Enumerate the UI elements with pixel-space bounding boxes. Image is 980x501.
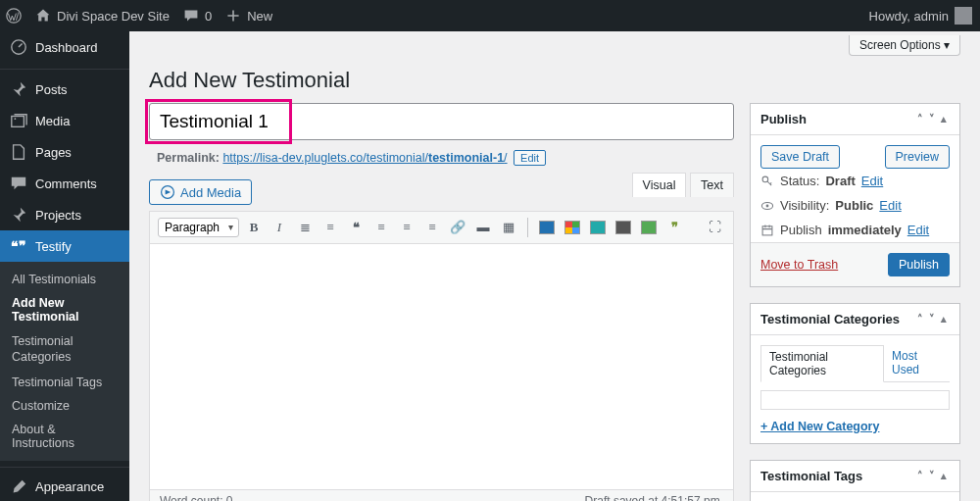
pin-icon xyxy=(10,80,27,98)
chevron-up-icon[interactable]: ˄ xyxy=(914,313,926,326)
site-link[interactable]: Divi Space Dev Site xyxy=(35,8,170,24)
menu-projects[interactable]: Projects xyxy=(0,199,129,230)
tab-most-used[interactable]: Most Used xyxy=(884,345,950,381)
status-edit-link[interactable]: Edit xyxy=(861,174,883,188)
editor-tabs: Visual Text xyxy=(632,177,734,192)
align-center-button[interactable]: ≡ xyxy=(396,217,417,238)
more-button[interactable]: ▬ xyxy=(472,217,494,238)
move-to-trash-link[interactable]: Move to Trash xyxy=(760,258,838,272)
publish-title: Publish xyxy=(760,112,807,126)
svg-point-3 xyxy=(15,118,17,120)
submenu-cats[interactable]: Testimonial Categories xyxy=(0,328,129,371)
save-draft-button[interactable]: Save Draft xyxy=(760,145,840,169)
align-left-button[interactable]: ≡ xyxy=(370,217,392,238)
page-title: Add New Testimonial xyxy=(149,56,960,103)
svg-point-6 xyxy=(762,176,768,182)
new-label: New xyxy=(247,9,272,24)
tags-box: Testimonial Tags˄˅▴ Add Separate tags wi… xyxy=(750,460,960,501)
screen-options-button[interactable]: Screen Options ▾ xyxy=(849,35,960,56)
visibility-edit-link[interactable]: Edit xyxy=(879,198,901,213)
publish-button[interactable]: Publish xyxy=(888,253,950,276)
color-green-button[interactable] xyxy=(638,217,660,238)
italic-button[interactable]: I xyxy=(269,217,290,238)
chevron-down-icon[interactable]: ˅ xyxy=(926,470,938,482)
comment-icon xyxy=(183,8,199,24)
categories-title: Testimonial Categories xyxy=(760,312,900,326)
permalink-row: Permalink: https://lisa-dev.pluglets.co/… xyxy=(149,148,734,168)
post-title-input[interactable] xyxy=(149,103,734,140)
preview-button[interactable]: Preview xyxy=(885,145,950,169)
category-list[interactable] xyxy=(760,390,950,410)
add-media-button[interactable]: Add Media xyxy=(149,179,252,205)
editor: Paragraph B I ≣ ≡ ❝ ≡ ≡ ≡ 🔗 ▬ ▦ xyxy=(149,211,734,501)
caret-up-icon[interactable]: ▴ xyxy=(938,113,950,125)
submenu-all[interactable]: All Testimonials xyxy=(0,268,129,291)
chevron-down-icon[interactable]: ˅ xyxy=(926,313,938,326)
media-icon xyxy=(160,184,175,200)
tab-visual[interactable]: Visual xyxy=(632,173,687,197)
permalink-link[interactable]: https://lisa-dev.pluglets.co/testimonial… xyxy=(222,151,507,165)
media-icon xyxy=(10,112,27,129)
align-right-button[interactable]: ≡ xyxy=(421,217,443,238)
menu-dashboard[interactable]: Dashboard xyxy=(0,31,129,63)
admin-sidebar: Dashboard Posts Media Pages Comments Pro… xyxy=(0,31,129,501)
submenu-add[interactable]: Add New Testimonial xyxy=(0,291,129,328)
color-teal-button[interactable] xyxy=(587,217,609,238)
permalink-label: Permalink: xyxy=(157,151,220,165)
menu-testify[interactable]: ❝❞Testify xyxy=(0,230,129,262)
menu-appearance[interactable]: Appearance xyxy=(0,472,129,502)
calendar-icon xyxy=(760,224,774,237)
editor-body[interactable] xyxy=(150,244,733,489)
editor-toolbar: Paragraph B I ≣ ≡ ❝ ≡ ≡ ≡ 🔗 ▬ ▦ xyxy=(150,212,733,244)
caret-up-icon[interactable]: ▴ xyxy=(938,313,950,326)
comment-count: 0 xyxy=(205,9,212,24)
submenu-customize[interactable]: Customize xyxy=(0,394,129,418)
eye-icon xyxy=(760,199,774,213)
word-count: Word count: 0 xyxy=(160,494,233,501)
menu-media[interactable]: Media xyxy=(0,105,129,136)
submenu-about[interactable]: About & Instructions xyxy=(0,418,129,455)
tab-categories[interactable]: Testimonial Categories xyxy=(760,345,884,382)
fullscreen-button[interactable]: ⛶ xyxy=(704,217,725,238)
quote-icon: ❝❞ xyxy=(10,237,27,255)
avatar xyxy=(955,7,972,25)
color-dark-button[interactable] xyxy=(612,217,634,238)
menu-posts[interactable]: Posts xyxy=(0,74,129,105)
key-icon xyxy=(760,175,774,188)
howdy-link[interactable]: Howdy, admin xyxy=(869,7,972,25)
caret-up-icon[interactable]: ▴ xyxy=(938,470,950,482)
testify-submenu: All Testimonials Add New Testimonial Tes… xyxy=(0,262,129,461)
ul-button[interactable]: ≣ xyxy=(294,217,316,238)
new-link[interactable]: New xyxy=(225,8,272,24)
svg-point-8 xyxy=(766,204,769,207)
add-new-category-link[interactable]: + Add New Category xyxy=(760,420,879,433)
color-blue-button[interactable] xyxy=(536,217,558,238)
brush-icon xyxy=(10,478,27,496)
permalink-edit-button[interactable]: Edit xyxy=(514,150,546,166)
menu-dashboard-label: Dashboard xyxy=(35,40,98,55)
color-multi-button[interactable] xyxy=(562,217,583,238)
chevron-up-icon[interactable]: ˄ xyxy=(914,113,926,125)
chevron-up-icon[interactable]: ˄ xyxy=(914,470,926,482)
schedule-edit-link[interactable]: Edit xyxy=(907,223,929,237)
comments-link[interactable]: 0 xyxy=(183,8,212,24)
plus-icon xyxy=(225,8,241,24)
quote-button[interactable]: ❝ xyxy=(345,217,367,238)
dashboard-icon xyxy=(10,38,27,56)
chevron-down-icon[interactable]: ˅ xyxy=(926,113,938,125)
toolbar-toggle-button[interactable]: ▦ xyxy=(498,217,519,238)
tab-text[interactable]: Text xyxy=(690,173,734,197)
format-select[interactable]: Paragraph xyxy=(158,218,239,237)
menu-pages[interactable]: Pages xyxy=(0,136,129,168)
menu-comments[interactable]: Comments xyxy=(0,168,129,199)
wp-logo[interactable] xyxy=(6,8,22,24)
status-row: Status: Draft Edit xyxy=(751,169,959,193)
bold-button[interactable]: B xyxy=(243,217,265,238)
ol-button[interactable]: ≡ xyxy=(319,217,341,238)
quote-green-button[interactable]: ❞ xyxy=(663,217,685,238)
link-button[interactable]: 🔗 xyxy=(447,217,468,238)
submenu-tags[interactable]: Testimonial Tags xyxy=(0,371,129,394)
menu-projects-label: Projects xyxy=(35,208,81,223)
site-name: Divi Space Dev Site xyxy=(57,9,170,24)
svg-rect-2 xyxy=(12,117,24,127)
